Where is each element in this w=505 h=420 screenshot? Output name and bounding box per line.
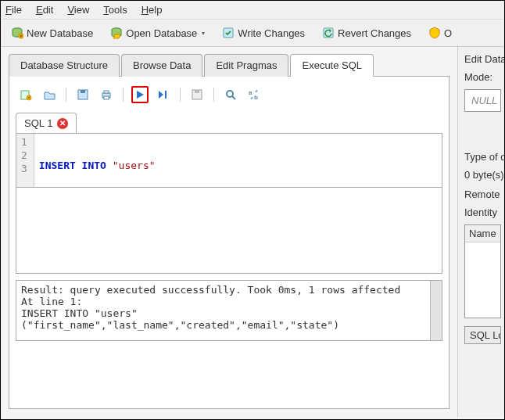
save-sql-icon[interactable] [74, 86, 91, 103]
open-database-label: Open Database [126, 27, 197, 39]
menu-tools[interactable]: Tools [103, 4, 127, 16]
identity-label: Identity [464, 206, 501, 218]
identity-list[interactable]: Name [464, 224, 501, 318]
revert-changes-label: Revert Changes [338, 27, 411, 39]
result-line: Result: query executed successfully. Too… [21, 284, 437, 296]
open-database-button[interactable]: Open Database ▾ [106, 24, 209, 41]
write-changes-label: Write Changes [238, 27, 305, 39]
execute-sql-panel: ab SQL 1 ✕ 1 2 3 INSERT INTO "users" ("f… [9, 77, 449, 409]
new-database-icon [11, 27, 23, 39]
revert-changes-button[interactable]: Revert Changes [318, 24, 415, 41]
bytes-label: 0 byte(s) [464, 169, 501, 181]
tab-browse-data[interactable]: Browse Data [121, 54, 202, 77]
open-database-icon [110, 27, 123, 39]
result-line: At line 1: [21, 296, 437, 307]
side-title: Edit Database Cell [464, 53, 501, 65]
svg-point-15 [227, 91, 233, 97]
tab-edit-pragmas[interactable]: Edit Pragmas [204, 54, 288, 77]
revert-changes-icon [322, 27, 335, 39]
tab-execute-sql[interactable]: Execute SQL [290, 54, 374, 77]
cell-value-box[interactable]: NULL [464, 89, 501, 112]
svg-text:a: a [249, 89, 252, 96]
open-project-label: O [444, 27, 452, 39]
result-line: ("first_name","last_name","created","ema… [21, 319, 437, 331]
new-sql-tab-icon[interactable] [17, 86, 34, 103]
side-panel: Edit Database Cell Mode: NULL Type of da… [457, 47, 504, 417]
new-database-button[interactable]: New Database [7, 24, 97, 41]
execute-sql-button[interactable] [131, 86, 149, 103]
svg-text:b: b [254, 94, 258, 101]
menu-edit[interactable]: Edit [36, 4, 53, 16]
sql-log-button[interactable]: SQL Log [464, 326, 501, 344]
tab-database-structure[interactable]: Database Structure [9, 54, 120, 77]
find-replace-icon[interactable]: ab [245, 86, 263, 103]
dropdown-arrow-icon[interactable]: ▾ [202, 30, 205, 37]
sql-toolbar: ab [16, 83, 442, 111]
main-tabs: Database Structure Browse Data Edit Prag… [9, 53, 449, 77]
sql-editor[interactable]: 1 2 3 INSERT INTO "users" ("first_name",… [16, 133, 442, 188]
open-sql-file-icon[interactable] [41, 86, 58, 103]
svg-rect-14 [195, 90, 199, 93]
sql-tab-1[interactable]: SQL 1 ✕ [16, 113, 77, 133]
new-database-label: New Database [27, 27, 93, 39]
svg-rect-12 [165, 91, 167, 99]
main-area: Database Structure Browse Data Edit Prag… [1, 47, 457, 417]
write-changes-button[interactable]: Write Changes [218, 24, 309, 41]
result-line: INSERT INTO "users" [21, 307, 437, 319]
svg-rect-8 [81, 90, 85, 93]
save-results-icon[interactable] [188, 86, 206, 103]
find-icon[interactable] [222, 86, 239, 103]
print-icon[interactable] [98, 86, 115, 103]
line-gutter: 1 2 3 [16, 134, 34, 187]
open-project-icon [428, 27, 441, 39]
result-log[interactable]: Result: query executed successfully. Too… [16, 280, 442, 341]
main-toolbar: New Database Open Database ▾ Write Chang… [1, 20, 504, 47]
menubar: File Edit View Tools Help [1, 1, 504, 20]
results-grid[interactable] [16, 188, 442, 274]
remote-label: Remote [464, 188, 501, 200]
type-label: Type of data currently in cell: [464, 151, 501, 163]
execute-line-icon[interactable] [155, 86, 172, 103]
sql-tab-label: SQL 1 [24, 117, 52, 129]
write-changes-icon [222, 27, 235, 39]
close-tab-icon[interactable]: ✕ [57, 118, 68, 129]
open-project-button[interactable]: O [424, 24, 456, 41]
menu-view[interactable]: View [67, 4, 89, 16]
sql-file-tabs: SQL 1 ✕ [16, 113, 442, 133]
name-column-header[interactable]: Name [465, 225, 500, 242]
svg-rect-10 [104, 91, 109, 93]
mode-label: Mode: [464, 71, 501, 83]
sql-code-area[interactable]: INSERT INTO "users" ("first_name","last_… [34, 134, 442, 187]
svg-rect-11 [104, 96, 109, 99]
menu-file[interactable]: File [5, 4, 22, 16]
menu-help[interactable]: Help [141, 4, 163, 16]
